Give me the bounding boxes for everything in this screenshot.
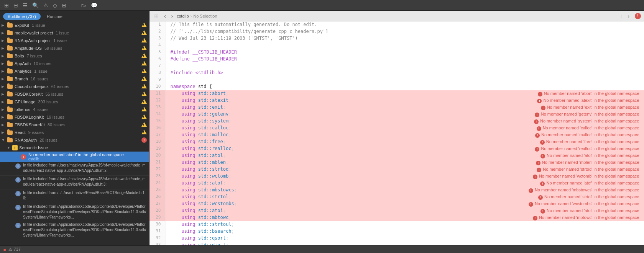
code-editor-area[interactable]: 1// This file is automatically generated… bbox=[150, 21, 644, 245]
chevron-down-icon: ▼ bbox=[2, 138, 7, 142]
line-number: 25 bbox=[150, 187, 166, 194]
line-number: 13 bbox=[150, 104, 166, 111]
next-issue-button[interactable]: › bbox=[626, 12, 631, 20]
line-number: 11 bbox=[150, 90, 166, 97]
file-info-item[interactable]: i In file included from /Users/mazikwyry… bbox=[0, 162, 149, 176]
list-item[interactable]: ▶ AppAuth 10 issues bbox=[0, 60, 149, 67]
prev-issue-button[interactable]: ‹ bbox=[619, 12, 624, 20]
group-label: ExpoKit 1 issue bbox=[15, 23, 140, 28]
code-table: 1// This file is automatically generated… bbox=[150, 21, 644, 245]
file-path-text: In file included from /Users/mazikwyry/A… bbox=[23, 176, 147, 187]
file-info-item[interactable]: i In file included from /../../react-nat… bbox=[0, 189, 149, 203]
list-item[interactable]: ▶ Amplitude-iOS 59 issues bbox=[0, 44, 149, 52]
info-circle-icon: i bbox=[15, 223, 21, 228]
warning-triangle-icon bbox=[141, 23, 147, 28]
line-number: 14 bbox=[150, 111, 166, 118]
warning-triangle-icon bbox=[141, 107, 147, 112]
selected-error-item[interactable]: ! No member named 'abort' in the global … bbox=[0, 152, 149, 162]
analytics-issue-item[interactable]: ▶ Analytics 1 issue bbox=[0, 67, 149, 75]
code-line bbox=[166, 42, 445, 49]
code-line: using std::mbstowcs; bbox=[166, 187, 445, 194]
code-line: using std::strtoul; bbox=[166, 221, 445, 228]
group-label: lottie-ios 4 issues bbox=[15, 107, 140, 112]
table-row: 26 using std::strtol;!No member named 's… bbox=[150, 194, 644, 201]
code-line: using std::free; bbox=[166, 139, 445, 145]
error-message-cell: !No member named 'atoi' in the global na… bbox=[445, 207, 644, 214]
error-message-cell: !No member named 'mbtowc' in the global … bbox=[445, 214, 644, 221]
group-label: AppAuth 10 issues bbox=[15, 61, 140, 66]
error-message-cell: !No member named 'abort' in the global n… bbox=[445, 90, 644, 97]
square-icon[interactable]: ⊟ bbox=[12, 2, 19, 9]
table-row: 31 using std::bsearch; bbox=[150, 228, 644, 235]
warning-badge-icon: ! bbox=[12, 145, 18, 150]
list-item[interactable]: ▶ mobile-wallet project 1 issue bbox=[0, 29, 149, 37]
warning-triangle-icon bbox=[141, 38, 147, 43]
table-row: 5#ifndef __CSTDLIB_HEADER bbox=[150, 49, 644, 56]
file-info-item[interactable]: i In file included from /Applications/Xc… bbox=[0, 221, 149, 239]
list-item[interactable]: ▶ Bolts 7 issues bbox=[0, 52, 149, 60]
semantic-issue-group[interactable]: ▼ ! Semantic Issue bbox=[0, 144, 149, 152]
error-message-cell bbox=[445, 49, 644, 56]
chevron-right-icon: ▶ bbox=[2, 92, 7, 96]
react-issues-item[interactable]: ▶ React 9 issues bbox=[0, 129, 149, 136]
list-item[interactable]: ▶ RNAppAuth project 1 issue bbox=[0, 37, 149, 44]
file-path-text: In file included from /../../react-nativ… bbox=[23, 190, 147, 201]
error-message-cell: !No member named 'free' in the global na… bbox=[445, 139, 644, 145]
group-label: React 9 issues bbox=[15, 130, 140, 135]
group-label: FBSDKCoreKit 55 issues bbox=[15, 92, 140, 96]
runtime-tab[interactable]: Runtime bbox=[42, 13, 67, 20]
code-line: using std::calloc; bbox=[166, 125, 445, 132]
buildtime-tab[interactable]: Buildtime (737) bbox=[3, 13, 41, 20]
error-message-cell bbox=[445, 21, 644, 28]
chevron-right-icon: ▶ bbox=[2, 69, 7, 73]
warning-triangle-icon bbox=[141, 69, 147, 74]
warning-icon[interactable]: ⚠ bbox=[42, 2, 49, 9]
code-line: using std::div_t; bbox=[166, 242, 445, 245]
link-icon[interactable]: ⌲ bbox=[80, 2, 87, 9]
line-number: 12 bbox=[150, 97, 166, 104]
line-number: 2 bbox=[150, 28, 166, 35]
chevron-right-icon: ▶ bbox=[2, 46, 7, 50]
line-number: 8 bbox=[150, 70, 166, 77]
list-item[interactable]: ▶ FBSDKCoreKit 55 issues bbox=[0, 90, 149, 98]
list-item[interactable]: ▶ FBSDKLoginKit 19 issues bbox=[0, 113, 149, 121]
error-message-cell: !No member named 'realloc' in the global… bbox=[445, 145, 644, 152]
error-message-cell bbox=[445, 70, 644, 77]
table-row: 6#define __CSTDLIB_HEADER bbox=[150, 56, 644, 63]
error-message-cell: !No member named 'malloc' in the global … bbox=[445, 132, 644, 139]
code-line: namespace std { bbox=[166, 83, 445, 90]
diamond-icon[interactable]: ◇ bbox=[52, 2, 58, 9]
comment-icon[interactable]: 💬 bbox=[90, 2, 99, 9]
file-info-item[interactable]: i In file included from /Users/mazikwyry… bbox=[0, 176, 149, 189]
list-item[interactable]: ▶ lottie-ios 4 issues bbox=[0, 106, 149, 113]
table-row: 14 using std::getenv;!No member named 'g… bbox=[150, 111, 644, 118]
back-button[interactable]: ‹ bbox=[163, 12, 168, 20]
search-icon[interactable]: 🔍 bbox=[31, 2, 40, 9]
code-line: #ifndef __CSTDLIB_HEADER bbox=[166, 49, 445, 56]
list-item[interactable]: ▶ FBSDKShareKit 80 issues bbox=[0, 121, 149, 129]
branch-issue-item[interactable]: ▶ Branch 16 issues bbox=[0, 75, 149, 83]
folder-icon bbox=[7, 91, 13, 97]
list-icon[interactable]: ☰ bbox=[21, 2, 29, 9]
no-selection-label: No Selection bbox=[193, 14, 217, 18]
folder-icon bbox=[7, 137, 13, 143]
code-line: using std::atol; bbox=[166, 152, 445, 159]
minus-icon[interactable]: — bbox=[70, 2, 77, 9]
rnappauth-group[interactable]: ▼ RNAppAuth 20 issues ! bbox=[0, 136, 149, 144]
grid-icon[interactable]: ⊞ bbox=[3, 2, 10, 9]
error-message-cell: !No member named 'getenv' in the global … bbox=[445, 111, 644, 118]
forward-button[interactable]: › bbox=[170, 12, 175, 20]
table-row: 21 using std::mblen;!No member named 'mb… bbox=[150, 159, 644, 166]
group-label: mobile-wallet project 1 issue bbox=[15, 31, 140, 35]
code-line: using std::getenv; bbox=[166, 111, 445, 118]
line-number: 32 bbox=[150, 235, 166, 242]
grid2-icon[interactable]: ⊞ bbox=[61, 2, 67, 9]
file-info-item[interactable]: i In file included from /Applications/Xc… bbox=[0, 203, 149, 221]
list-item[interactable]: ▶ GPUImage 393 issues bbox=[0, 98, 149, 106]
grid-view-button[interactable]: ⊞ bbox=[153, 12, 160, 20]
list-item[interactable]: ▶ CocoaLumberjack 61 issues bbox=[0, 83, 149, 90]
error-message-cell: !No member named 'strtol' in the global … bbox=[445, 194, 644, 201]
group-label: RNAppAuth 20 issues bbox=[15, 138, 140, 142]
list-item[interactable]: ▶ ExpoKit 1 issue bbox=[0, 21, 149, 29]
code-line: using std::strtol; bbox=[166, 194, 445, 201]
